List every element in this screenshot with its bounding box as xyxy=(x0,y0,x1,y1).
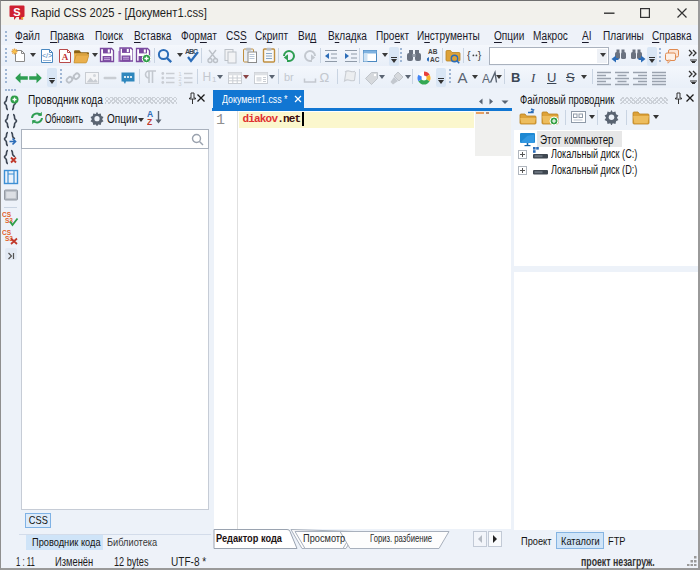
svg-text:{: { xyxy=(467,49,471,61)
svg-text:AC: AC xyxy=(430,56,440,63)
svg-text:H: H xyxy=(203,70,212,84)
svg-text:Ω: Ω xyxy=(320,70,330,85)
svg-text:AB: AB xyxy=(428,48,438,55)
svg-text:Z: Z xyxy=(147,117,152,126)
svg-text:br: br xyxy=(284,71,294,83)
svg-text:</>: </> xyxy=(42,52,52,59)
svg-text:A: A xyxy=(62,52,69,62)
svg-text:}: } xyxy=(478,49,482,61)
svg-text:A: A xyxy=(482,72,490,86)
svg-text:A: A xyxy=(458,69,468,85)
svg-text:S: S xyxy=(13,6,20,18)
svg-text:3: 3 xyxy=(179,81,182,87)
